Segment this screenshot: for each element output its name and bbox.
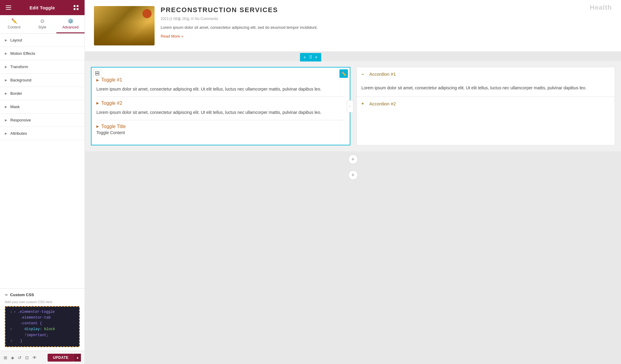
drag-widget-button[interactable]: ⠿ — [308, 54, 313, 60]
toggle-title-text-2: Toggle #2 — [101, 101, 122, 106]
accordion-item-motion-effects: ▶ Motion Effects — [0, 47, 85, 60]
toggle-content-1: Lorem ipsum dolor sit amet, consectetur … — [96, 86, 345, 93]
accordion-label-layout: Layout — [10, 38, 22, 42]
toggle-item-2: ▶ Toggle #2 Lorem ipsum dolor sit amet, … — [96, 97, 345, 120]
chevron-icon: ▶ — [5, 38, 7, 42]
svg-rect-6 — [77, 8, 78, 10]
article-title: PRECONSTRUCTION SERVICES — [161, 6, 612, 14]
history-icon[interactable]: ↺ — [18, 355, 22, 360]
accordion-label-responsive: Responsive — [10, 118, 31, 122]
accordion-item-background: ▶ Background — [0, 74, 85, 87]
accordion-label-background: Background — [10, 78, 31, 82]
toggle-title-text-3: Toggle Title — [101, 124, 126, 129]
accordion-item-mask: ▶ Mask — [0, 100, 85, 114]
hamburger-icon[interactable] — [5, 4, 12, 11]
eye-icon[interactable]: 👁 — [32, 355, 37, 360]
svg-rect-1 — [6, 7, 11, 8]
svg-rect-3 — [74, 5, 75, 7]
add-widget-button[interactable]: + — [302, 54, 307, 60]
panel-footer: ⊞ ◈ ↺ ⊡ 👁 UPDATE ▲ — [0, 351, 85, 364]
accordion-item-transform: ▶ Transform — [0, 60, 85, 74]
update-button[interactable]: UPDATE — [48, 354, 74, 362]
accordion-header-motion-effects[interactable]: ▶ Motion Effects — [0, 47, 85, 60]
svg-rect-7 — [95, 71, 99, 73]
css-line-6: 3 } — [8, 338, 77, 344]
accordion-title-text-1: Accordion #1 — [369, 71, 396, 77]
accordion-title-2[interactable]: + Accordion #2 — [357, 97, 615, 111]
css-line-3: -content { — [8, 321, 77, 326]
custom-css-title-label: Custom CSS — [10, 293, 34, 297]
accordion-item-2: + Accordion #2 — [357, 97, 615, 111]
plus-row-2: + — [85, 167, 621, 183]
responsive-icon[interactable]: ⊡ — [25, 355, 29, 360]
custom-css-header[interactable]: − Custom CSS — [5, 292, 80, 298]
content-tab-icon: ✏️ — [11, 18, 17, 24]
layers-icon[interactable]: ⊞ — [4, 355, 7, 360]
toggle-title-text-1: Toggle #1 — [101, 77, 122, 83]
chevron-icon: ▶ — [5, 105, 7, 108]
accordion-header-responsive[interactable]: ▶ Responsive — [0, 114, 85, 127]
tab-style[interactable]: ⊙ Style — [28, 15, 56, 33]
minus-icon: − — [5, 292, 8, 298]
svg-rect-2 — [6, 9, 11, 10]
add-section-button-2[interactable]: + — [348, 170, 358, 180]
toggle-content-3: Toggle Content — [96, 129, 345, 137]
warning-icon: ⚠️ — [8, 338, 10, 343]
accordion-header-background[interactable]: ▶ Background — [0, 74, 85, 87]
chevron-icon: ▶ — [5, 92, 7, 95]
toggle-content-2: Lorem ipsum dolor sit amet, consectetur … — [96, 109, 345, 116]
toggle-title-3[interactable]: ▶ Toggle Title — [96, 124, 345, 129]
accordion-header-layout[interactable]: ▶ Layout — [0, 34, 85, 47]
accordion-header-border[interactable]: ▶ Border — [0, 87, 85, 100]
accordion-title-1[interactable]: − Accordion #1 — [357, 67, 615, 81]
accordion-header-attributes[interactable]: ▶ Attributes — [0, 127, 85, 140]
grid-icon[interactable] — [72, 4, 80, 11]
custom-css-section: − Custom CSS Add your own custom CSS her… — [0, 288, 85, 351]
article-text: PRECONSTRUCTION SERVICES 2021년 08월 26일 /… — [161, 6, 612, 38]
chevron-icon: ▶ — [5, 132, 7, 135]
add-section-button-1[interactable]: + — [348, 154, 358, 164]
tab-advanced[interactable]: ⚙️ Advanced — [56, 15, 85, 33]
update-dropdown-button[interactable]: ▲ — [74, 354, 81, 362]
accordion-label-transform: Transform — [10, 65, 28, 69]
custom-css-hint: Add your own custom CSS here — [5, 300, 80, 304]
accordion-title-text-2: Accordion #2 — [369, 101, 396, 106]
accordion-header-mask[interactable]: ▶ Mask — [0, 100, 85, 113]
accordion-item-1: − Accordion #1 Lorem ipsum dolor sit ame… — [357, 67, 615, 97]
style-tab-icon: ⊙ — [40, 18, 44, 24]
accordion-item-responsive: ▶ Responsive — [0, 114, 85, 127]
toggle-arrow-icon: ▶ — [96, 78, 99, 82]
chevron-icon: ▶ — [5, 65, 7, 68]
health-text: Health — [590, 4, 612, 12]
accordion-header-transform[interactable]: ▶ Transform — [0, 60, 85, 73]
accordion-label-attributes: Attributes — [10, 131, 27, 136]
tab-style-label: Style — [38, 25, 46, 29]
svg-rect-0 — [6, 5, 11, 6]
accordion-widget: − Accordion #1 Lorem ipsum dolor sit ame… — [356, 67, 615, 145]
accordion-content-1: Lorem ipsum dolor sit amet, consectetur … — [357, 81, 615, 97]
read-more-link[interactable]: Read More » — [161, 34, 612, 38]
panel-collapse-button[interactable]: ‹ — [347, 100, 353, 112]
footer-icons: ⊞ ◈ ↺ ⊡ 👁 — [4, 355, 37, 360]
close-widget-button[interactable]: × — [314, 54, 319, 60]
accordion-item-attributes: ▶ Attributes — [0, 127, 85, 140]
chevron-icon: ▶ — [5, 52, 7, 55]
update-group: UPDATE ▲ — [48, 354, 81, 362]
tab-content[interactable]: ✏️ Content — [0, 15, 28, 33]
tab-content-label: Content — [8, 25, 20, 29]
css-line-1: 1 ▾ .elementor-toggle — [8, 309, 77, 315]
toggle-arrow-icon-3: ▶ — [96, 124, 99, 128]
panel-header: Edit Toggle — [0, 0, 85, 15]
css-line-4: 2 display: block — [8, 326, 77, 332]
toggle-widget: ✏️ ▶ Toggle #1 Lorem ipsum dolor sit ame… — [91, 67, 350, 145]
accordion-item-layout: ▶ Layout — [0, 34, 85, 47]
shapes-icon[interactable]: ◈ — [11, 355, 14, 360]
toggle-item-3: ▶ Toggle Title Toggle Content — [96, 120, 345, 140]
accordion-label-mask: Mask — [10, 104, 20, 109]
left-panel: Edit Toggle ✏️ Content ⊙ Style ⚙️ Advanc… — [0, 0, 85, 364]
widget-edit-button[interactable]: ✏️ — [339, 69, 348, 78]
toggle-title-2[interactable]: ▶ Toggle #2 — [96, 101, 345, 106]
accordion-plus-icon: + — [362, 101, 366, 106]
css-editor[interactable]: 1 ▾ .elementor-toggle .elementor-tab -co… — [5, 306, 80, 347]
toggle-title-1[interactable]: ▶ Toggle #1 — [96, 77, 345, 83]
